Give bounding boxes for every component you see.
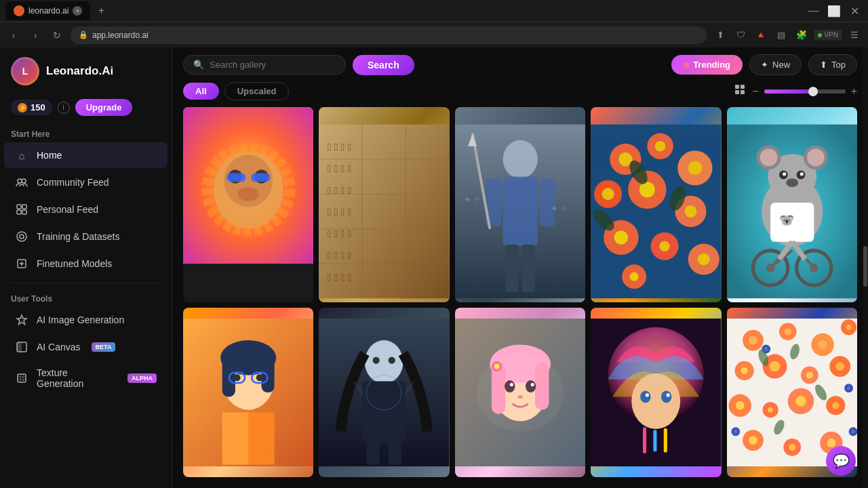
community-feed-label: Community Feed — [37, 177, 109, 188]
sidebar-item-texture-gen[interactable]: Texture Generation ALPHA — [4, 361, 167, 395]
svg-point-150 — [741, 367, 747, 374]
item-3-expand-btn[interactable]: ⛶ — [561, 113, 580, 131]
back-btn[interactable]: ‹ — [5, 27, 22, 43]
svg-point-61 — [639, 182, 655, 197]
credits-icon: ⚡ — [18, 103, 27, 113]
address-bar[interactable]: 🔒 app.leonardo.ai — [71, 26, 707, 44]
credits-row: ⚡ 150 i Upgrade — [0, 95, 172, 124]
close-browser-btn[interactable]: ✕ — [846, 3, 863, 19]
filter-upscaled-tab[interactable]: Upscaled — [224, 82, 290, 100]
gallery-item-7[interactable]: ⊘ — [319, 308, 449, 477]
minimize-btn[interactable]: — — [806, 3, 822, 19]
item-7-slash-btn[interactable]: ⊘ — [425, 313, 444, 332]
alert-icon[interactable]: 🔺 — [753, 27, 769, 43]
scrollbar-track[interactable] — [863, 47, 868, 488]
community-feed-icon — [15, 176, 28, 189]
sidebar-item-community-feed[interactable]: Community Feed — [4, 169, 167, 195]
svg-point-176 — [734, 430, 737, 433]
home-label: Home — [37, 150, 62, 161]
gallery-item-1[interactable]: ⊞ ◎ ⛶ — [183, 107, 313, 302]
training-label: Training & Datasets — [37, 231, 119, 242]
svg-text:🐨: 🐨 — [779, 213, 795, 228]
item-8-slash-btn[interactable]: ⊘ — [538, 313, 557, 332]
svg-rect-15 — [735, 90, 739, 94]
upgrade-button[interactable]: Upgrade — [75, 99, 133, 116]
item-6-expand-btn[interactable]: ⛶ — [289, 313, 308, 332]
item-9-expand-btn[interactable]: ⛶ — [697, 313, 716, 332]
share-icon[interactable]: ⬆ — [712, 27, 728, 43]
svg-point-65 — [614, 230, 629, 245]
tab-favicon — [14, 5, 24, 16]
menu-icon[interactable]: ☰ — [846, 27, 863, 43]
tab-close-btn[interactable]: × — [73, 6, 82, 16]
svg-point-132 — [631, 373, 680, 429]
browser-chrome: leonardo.ai × + — ⬜ ✕ ‹ › ↻ 🔒 app.leonar… — [0, 0, 868, 47]
item-5-use-btn[interactable]: ⊞ — [810, 113, 829, 131]
item-6-slash-btn[interactable]: ⊘ — [266, 313, 285, 332]
svg-point-164 — [832, 402, 839, 409]
gallery-item-3[interactable]: ✦ ✧ ✦ ✧ ⊞ ⊘ ⛶ — [455, 107, 585, 302]
maximize-btn[interactable]: ⬜ — [826, 3, 842, 19]
sidebar-item-finetuned[interactable]: Finetuned Models — [4, 251, 167, 277]
forward-btn[interactable]: › — [27, 27, 43, 43]
sidebar-item-personal-feed[interactable]: Personal Feed — [4, 197, 167, 222]
item-4-use-btn[interactable]: ⊞ — [674, 113, 693, 131]
active-tab[interactable]: leonardo.ai × — [5, 1, 90, 20]
item-2-use-btn[interactable]: ⊞ — [402, 113, 421, 131]
svg-rect-16 — [741, 90, 745, 94]
svg-point-86 — [786, 178, 798, 187]
refresh-btn[interactable]: ↻ — [49, 27, 65, 43]
svg-point-112 — [373, 357, 380, 363]
item-1-use-btn[interactable]: ⊞ — [243, 113, 262, 131]
search-button[interactable]: Search — [353, 55, 414, 75]
item-1-expand-btn[interactable]: ⛶ — [289, 113, 308, 131]
item-8-expand-btn[interactable]: ⛶ — [561, 313, 580, 332]
svg-point-178 — [851, 430, 854, 433]
item-2-expand-btn[interactable]: ⛶ — [425, 113, 444, 131]
filter-all-tab[interactable]: All — [183, 83, 219, 100]
reader-icon[interactable]: ▤ — [773, 27, 789, 43]
item-9-slash-btn[interactable]: ⊘ — [674, 313, 693, 332]
item-6-use-btn[interactable]: ⊞ — [243, 313, 262, 332]
sidebar-item-training[interactable]: Training & Datasets — [4, 224, 167, 249]
top-button[interactable]: ⬆ Top — [808, 54, 857, 75]
chat-bubble-btn[interactable]: 💬 — [826, 446, 856, 476]
gallery-item-9[interactable]: ⊞ ⊘ ⛶ — [591, 308, 721, 477]
search-input[interactable] — [210, 60, 336, 70]
gallery-item-2[interactable]: 𓀀 𓀁 𓀂 𓀃 𓀄 𓀅 𓀆 𓀇 𓀈 𓀉 𓀊 𓀋 𓀌 𓀍 𓀎 𓀏 𓂀 𓂁 𓂂 𓂃 … — [319, 107, 449, 302]
new-tab-btn[interactable]: + — [93, 3, 109, 19]
grid-view-btn[interactable] — [734, 84, 747, 99]
extension-icon[interactable]: 🧩 — [793, 27, 810, 43]
svg-point-144 — [784, 328, 791, 335]
finetuned-label: Finetuned Models — [37, 258, 112, 269]
zoom-in-btn[interactable]: + — [851, 85, 857, 98]
zoom-slider[interactable] — [764, 89, 846, 94]
item-3-use-btn[interactable]: ⊞ — [515, 113, 534, 131]
ai-canvas-label: AI Canvas — [37, 342, 81, 352]
sidebar-item-ai-image-gen[interactable]: AI Image Generation — [4, 307, 167, 333]
item-3-slash-btn[interactable]: ⊘ — [538, 113, 557, 131]
gallery-item-5[interactable]: 🐨 — [727, 107, 857, 302]
zoom-out-btn[interactable]: − — [752, 85, 758, 98]
svg-rect-108 — [222, 412, 248, 464]
search-input-wrap[interactable]: 🔍 — [183, 55, 346, 75]
item-4-expand-btn[interactable]: ⛶ — [697, 113, 716, 131]
gallery-item-8[interactable]: ⊞ ⊘ ⛶ — [455, 308, 585, 477]
sidebar-item-home[interactable]: ⌂ Home — [4, 142, 167, 168]
new-button[interactable]: ✦ New — [749, 54, 802, 75]
item-5-slash-btn[interactable]: ⊘ — [833, 113, 852, 131]
svg-point-156 — [835, 362, 844, 371]
trending-button[interactable]: Trending — [671, 55, 743, 75]
gallery-item-4[interactable]: ⊞ ⛶ — [591, 107, 721, 302]
sidebar-header: L Leonardo.Ai — [0, 47, 172, 95]
item-8-use-btn[interactable]: ⊞ — [515, 313, 534, 332]
browser-actions: ⬆ 🛡 🔺 ▤ 🧩 VPN ☰ — [712, 27, 863, 43]
sidebar-item-ai-canvas[interactable]: AI Canvas BETA — [4, 334, 167, 360]
gallery-item-6[interactable]: ⊞ ⊘ ⛶ — [183, 308, 313, 477]
scrollbar-thumb — [863, 246, 867, 287]
credits-info-btn[interactable]: i — [58, 102, 70, 114]
home-icon: ⌂ — [15, 148, 28, 162]
shield-icon[interactable]: 🛡 — [732, 27, 749, 43]
item-1-info-btn[interactable]: ◎ — [266, 113, 285, 131]
item-9-use-btn[interactable]: ⊞ — [651, 313, 670, 332]
